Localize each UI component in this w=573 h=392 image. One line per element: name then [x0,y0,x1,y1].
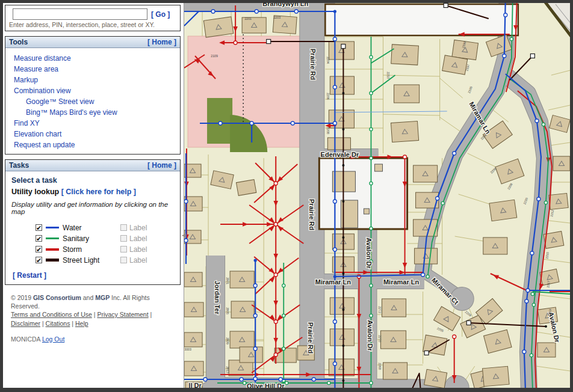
utility-lookup-label: Utility lookup [11,188,59,196]
tools-title: Tools [9,38,28,46]
search-helper-text: Enter address, PIN, intersection, place,… [9,21,176,28]
map-pane: Brandywyn LnPrairie RdPrairie RdPrairie … [184,3,570,388]
svg-text:Olive Hill Dr: Olive Hill Dr [247,382,285,388]
street-light-label-checkbox[interactable] [120,257,127,263]
tasks-title: Tasks [9,161,29,170]
map-canvas[interactable]: Brandywyn LnPrairie RdPrairie RdPrairie … [184,3,570,388]
water-label: Water [63,224,106,232]
logout-link[interactable]: Log Out [42,335,64,343]
svg-text:Prairie Rd: Prairie Rd [309,49,317,80]
task-instruction: Display utility and get information by c… [11,201,174,215]
svg-text:ll Dr: ll Dr [188,382,202,388]
sanitary-checkbox[interactable]: ✔ [36,235,42,242]
water-label-checkbox[interactable] [120,224,127,231]
tool-link-elevation-chart[interactable]: Elevation chart [5,129,180,139]
svg-text:Edenvale Dr: Edenvale Dr [321,151,359,158]
water-checkbox[interactable]: ✔ [36,224,42,231]
storm-label: Storm [63,245,106,254]
utility-help-link[interactable]: [ Click here for help ] [61,188,136,196]
footer-link-citations[interactable]: Citations [46,320,70,327]
select-task-heading: Select a task [11,176,174,185]
svg-text:2210: 2210 [386,72,390,79]
tool-link-combination-view[interactable]: Combination view [5,85,180,96]
legend-row-storm: ✔StormLabel [36,244,174,254]
tasks-home-link[interactable]: [ Home ] [147,161,176,170]
tool-link-find-xy[interactable]: Find XY [5,118,180,129]
footer-links: Terms and Conditions of Use | Privacy St… [11,310,179,327]
storm-label-text: Label [129,245,147,254]
search-panel: [ Go ] Enter address, PIN, intersection,… [5,5,181,31]
storm-label-checkbox[interactable] [120,246,127,253]
tool-link-measure-distance[interactable]: Measure distance [5,53,180,64]
tool-link-markup[interactable]: Markup [5,75,180,85]
svg-text:Miramar Ln: Miramar Ln [315,278,352,286]
svg-text:2813: 2813 [226,366,229,373]
svg-text:Avalon Dr: Avalon Dr [367,320,374,351]
street-light-checkbox[interactable]: ✔ [36,257,42,263]
app-window: [ Go ] Enter address, PIN, intersection,… [0,0,573,392]
water-label-text: Label [129,224,147,232]
park-area [188,34,302,152]
svg-text:2272: 2272 [378,306,382,313]
tools-panel: Tools [ Home ] Measure distanceMeasure a… [5,36,181,155]
tool-link-request-an-update[interactable]: Request an update [5,139,180,150]
svg-text:Avalon Dr: Avalon Dr [365,237,373,269]
svg-text:2268: 2268 [378,363,382,370]
svg-text:Jordan Ter: Jordan Ter [214,281,221,315]
svg-text:2201: 2201 [244,17,252,20]
legend-row-street-light: ✔Street LightLabel [36,255,174,265]
storm-line-swatch [46,248,59,251]
svg-text:Miramar Ln: Miramar Ln [383,278,420,286]
footer-link-help[interactable]: Help [75,320,88,327]
sidebar: [ Go ] Enter address, PIN, intersection,… [3,3,184,388]
tool-link-measure-area[interactable]: Measure area [5,64,180,75]
svg-text:2805: 2805 [226,307,229,314]
search-input[interactable] [13,8,147,20]
tasks-panel: Tasks [ Home ] Select a task Utility loo… [5,159,181,285]
sidebar-collapse-arrow[interactable]: ◀ [182,232,186,238]
sanitary-line-swatch [46,237,59,239]
svg-text:Brandywyn Ln: Brandywyn Ln [262,3,308,7]
water-line-swatch [46,227,59,228]
street-light-label-text: Label [129,256,147,265]
tools-home-link[interactable]: [ Home ] [147,38,176,46]
svg-text:2203: 2203 [273,16,280,19]
svg-text:2801: 2801 [226,277,229,284]
tool-link-google-street-view[interactable]: Google™ Street view [5,96,180,107]
svg-text:2109: 2109 [211,54,218,58]
svg-text:2204: 2204 [326,57,330,64]
username: MONICDA [11,335,40,343]
footer-link-disclaimer[interactable]: Disclaimer [11,320,40,327]
street-light-label: Street Light [63,256,106,265]
footer: © 2019 GIS Consortium and MGP Inc. All R… [3,290,184,343]
utility-legend: ✔WaterLabel✔SanitaryLabel✔StormLabel✔Str… [11,222,174,265]
legend-row-water: ✔WaterLabel [36,222,174,233]
storm-checkbox[interactable]: ✔ [36,246,42,253]
copyright-line: © 2019 GIS Consortium and MGP Inc. All R… [11,293,179,310]
tools-header: Tools [ Home ] [5,37,180,48]
svg-text:2208: 2208 [326,127,330,134]
svg-text:2206: 2206 [326,93,330,100]
svg-text:3003: 3003 [184,348,191,351]
go-button[interactable]: [ Go ] [151,10,170,19]
sanitary-label: Sanitary [63,234,106,243]
restart-link[interactable]: [ Restart ] [13,271,174,280]
tools-list: Measure distanceMeasure areaMarkupCombin… [5,48,180,154]
svg-text:2270: 2270 [378,335,382,342]
legend-row-sanitary: ✔SanitaryLabel [36,233,174,243]
svg-text:Prairie Rd: Prairie Rd [307,322,314,354]
sanitary-label-text: Label [129,234,147,243]
footer-link-privacy-statement[interactable]: Privacy Statement [97,311,148,318]
svg-text:Prairie Rd: Prairie Rd [308,199,315,230]
tool-link-bing-maps-bird-s-eye-view[interactable]: Bing™ Maps Bird's eye view [5,107,180,118]
sanitary-label-checkbox[interactable] [120,235,127,242]
street-light-line-swatch [46,259,59,262]
svg-text:2809: 2809 [226,337,229,345]
footer-link-terms-and-conditions-of-use[interactable]: Terms and Conditions of Use [11,311,92,318]
tasks-header: Tasks [ Home ] [5,160,180,171]
